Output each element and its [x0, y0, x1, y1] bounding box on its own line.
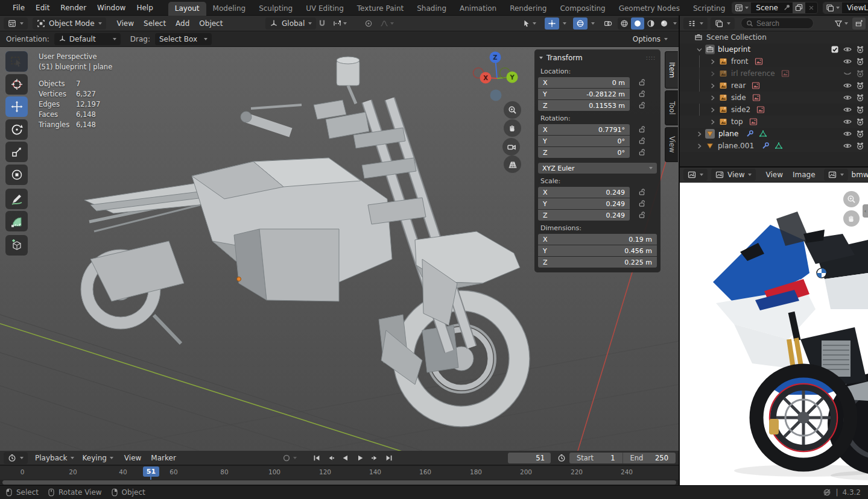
- dimensions-x-field[interactable]: X0.19 m: [538, 234, 657, 245]
- falloff-button[interactable]: [378, 17, 396, 30]
- playback-menu[interactable]: Playback: [35, 454, 74, 462]
- editor-type-button[interactable]: [4, 17, 28, 30]
- location-y-field[interactable]: Y-0.28122 m: [538, 89, 630, 99]
- outliner-display-mode-button[interactable]: [711, 17, 735, 30]
- tool-rotate[interactable]: [5, 119, 28, 140]
- outliner-row-front[interactable]: front: [680, 55, 868, 67]
- camera-visibility-icon[interactable]: [856, 81, 864, 90]
- chevron-right-icon[interactable]: [709, 106, 717, 114]
- transform-orientation[interactable]: Global: [265, 17, 316, 30]
- show-overlays-button[interactable]: [573, 17, 588, 30]
- eye-icon[interactable]: [843, 45, 852, 54]
- timeline-view-menu[interactable]: View: [119, 454, 146, 462]
- panel-title[interactable]: Transform: [546, 54, 583, 62]
- panel-collapse-icon[interactable]: [539, 57, 543, 59]
- outliner-row-scene-collection[interactable]: Scene Collection: [680, 31, 868, 43]
- shading-material-button[interactable]: [644, 17, 657, 30]
- menu-add[interactable]: Add: [171, 19, 194, 28]
- region-collapse-handle[interactable]: ‹: [863, 204, 868, 218]
- jump-to-end-button[interactable]: [382, 452, 396, 464]
- lock-icon[interactable]: [638, 78, 645, 86]
- gizmo-dropdown[interactable]: [560, 17, 569, 30]
- lock-icon[interactable]: [638, 148, 645, 156]
- shading-solid-button[interactable]: [631, 17, 644, 30]
- checkbox-icon[interactable]: [831, 45, 839, 54]
- image-editor-type-button[interactable]: [683, 169, 708, 181]
- lock-icon[interactable]: [638, 188, 645, 196]
- tab-compositing[interactable]: Compositing: [553, 2, 612, 16]
- camera-visibility-icon[interactable]: [856, 105, 864, 114]
- tab-sculpting[interactable]: Sculpting: [252, 2, 299, 16]
- pin-icon[interactable]: [783, 4, 791, 11]
- image-menu[interactable]: Image: [788, 171, 820, 179]
- rotation-y-field[interactable]: Y0°: [538, 136, 630, 146]
- camera-visibility-icon[interactable]: [856, 118, 864, 126]
- outliner-row-irl-reference[interactable]: irl reference: [680, 67, 868, 80]
- playhead[interactable]: 51: [143, 466, 159, 477]
- scene-browse-button[interactable]: [732, 2, 751, 13]
- sidebar-tab-item[interactable]: Item: [665, 51, 678, 89]
- proportional-edit-button[interactable]: [362, 17, 375, 30]
- timeline-ruler[interactable]: 0 20 40 60 80 100 120 140 160 180 200 22…: [0, 465, 679, 480]
- image-view-menu[interactable]: View: [761, 171, 787, 179]
- outliner-row-side[interactable]: side: [680, 92, 868, 104]
- eye-icon[interactable]: [843, 118, 852, 126]
- eye-icon[interactable]: [843, 93, 852, 102]
- search-input[interactable]: [756, 19, 808, 28]
- outliner-search[interactable]: [741, 17, 814, 29]
- marker-menu[interactable]: Marker: [146, 454, 180, 462]
- menu-render[interactable]: Render: [55, 4, 92, 12]
- image-pan-button[interactable]: [843, 210, 860, 227]
- sidebar-tab-view[interactable]: View: [665, 127, 678, 162]
- menu-edit[interactable]: Edit: [30, 4, 55, 12]
- chevron-right-icon[interactable]: [709, 70, 717, 78]
- lock-icon[interactable]: [638, 199, 645, 207]
- image-editor-canvas[interactable]: ‹: [680, 183, 868, 485]
- chevron-right-icon[interactable]: [709, 94, 717, 102]
- lock-icon[interactable]: [638, 211, 645, 219]
- menu-file[interactable]: File: [7, 4, 30, 12]
- eye-icon[interactable]: [843, 81, 852, 90]
- camera-visibility-icon[interactable]: [856, 57, 864, 66]
- chevron-right-icon[interactable]: [695, 130, 703, 138]
- chevron-right-icon[interactable]: [709, 118, 717, 126]
- tool-annotate[interactable]: [5, 189, 28, 209]
- rotation-mode-select[interactable]: XYZ Euler: [538, 163, 657, 174]
- start-frame-field[interactable]: Start1: [569, 453, 623, 463]
- tab-scripting[interactable]: Scripting: [686, 2, 732, 16]
- menu-window[interactable]: Window: [92, 4, 131, 12]
- lock-icon[interactable]: [638, 90, 645, 98]
- image-browse-button[interactable]: [824, 169, 848, 181]
- play-button[interactable]: [353, 452, 367, 464]
- camera-visibility-icon[interactable]: [856, 69, 864, 78]
- camera-visibility-icon[interactable]: [856, 130, 864, 138]
- outliner-row-side2[interactable]: side2: [680, 104, 868, 116]
- image-mode-select[interactable]: View: [711, 169, 756, 181]
- scale-x-field[interactable]: X0.249: [538, 187, 630, 198]
- lock-icon[interactable]: [638, 125, 645, 133]
- show-gizmo-button[interactable]: [545, 17, 559, 30]
- tool-transform[interactable]: [5, 165, 28, 185]
- chevron-down-icon[interactable]: [695, 46, 703, 54]
- location-x-field[interactable]: X0 m: [538, 77, 630, 88]
- scale-y-field[interactable]: Y0.249: [538, 198, 630, 209]
- use-preview-range-icon[interactable]: [557, 454, 566, 462]
- viewlayer-browse-button[interactable]: [823, 2, 842, 13]
- shading-rendered-button[interactable]: [657, 17, 671, 30]
- viewport-camera-button[interactable]: [502, 138, 520, 155]
- viewport-zoom-button[interactable]: [504, 101, 521, 119]
- outliner-row-blueprint[interactable]: blueprint: [680, 43, 868, 55]
- outliner-row-top[interactable]: top: [680, 116, 868, 128]
- location-z-field[interactable]: Z0.11553 m: [538, 100, 630, 111]
- tab-rendering[interactable]: Rendering: [503, 2, 553, 16]
- filter-icon[interactable]: [834, 19, 843, 28]
- new-scene-button[interactable]: [793, 2, 805, 13]
- modifier-wrench-icon[interactable]: [746, 130, 754, 138]
- current-frame-field[interactable]: 51: [508, 453, 551, 463]
- next-keyframe-button[interactable]: [368, 452, 381, 464]
- selectability-visibility-button[interactable]: [520, 17, 539, 30]
- outliner-row-rear[interactable]: rear: [680, 80, 868, 92]
- chevron-right-icon[interactable]: [709, 82, 717, 90]
- 3d-viewport[interactable]: User Perspective (51) blueprint | plane …: [0, 47, 679, 451]
- dimensions-y-field[interactable]: Y0.456 m: [538, 245, 657, 256]
